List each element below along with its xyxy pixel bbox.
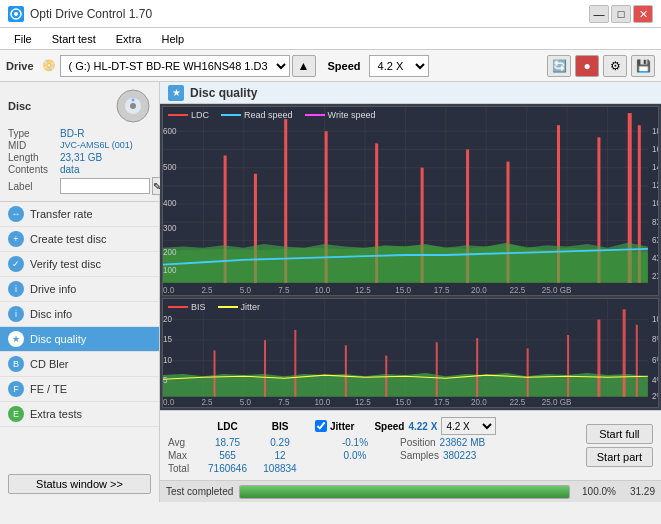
menu-file[interactable]: File: [6, 31, 40, 47]
svg-text:500: 500: [163, 161, 176, 172]
nav-extra-tests[interactable]: E Extra tests: [0, 402, 159, 427]
mid-value: JVC-AMS6L (001): [60, 140, 133, 151]
app-icon: [8, 6, 24, 22]
position-val: 23862 MB: [440, 437, 486, 448]
length-label: Length: [8, 152, 60, 163]
svg-rect-83: [214, 350, 216, 396]
disc-length-field: Length 23,31 GB: [8, 152, 151, 163]
disc-title: Disc: [8, 100, 31, 112]
svg-rect-90: [527, 348, 529, 396]
burn-button[interactable]: ●: [575, 55, 599, 77]
jitter-color: [218, 306, 238, 308]
read-speed-color: [221, 114, 241, 116]
nav-create-test-disc[interactable]: + Create test disc: [0, 227, 159, 252]
label-input[interactable]: [60, 178, 150, 194]
svg-text:22.5: 22.5: [510, 398, 526, 407]
svg-text:2%: 2%: [652, 392, 658, 401]
svg-text:15: 15: [163, 335, 172, 344]
svg-rect-92: [597, 320, 600, 397]
write-speed-color: [305, 114, 325, 116]
nav-drive-info[interactable]: i Drive info: [0, 277, 159, 302]
drive-label: Drive: [6, 60, 34, 72]
title-bar: Opti Drive Control 1.70 — □ ✕: [0, 0, 661, 28]
speed-select[interactable]: 4.2 X: [369, 55, 429, 77]
drive-select[interactable]: ( G:) HL-DT-ST BD-RE WH16NS48 1.D3: [60, 55, 290, 77]
nav-transfer-rate[interactable]: ↔ Transfer rate: [0, 202, 159, 227]
label-text: Label: [8, 181, 60, 192]
svg-text:14X: 14X: [652, 161, 658, 172]
ldc-avg: 18.75: [200, 437, 255, 448]
contents-label: Contents: [8, 164, 60, 175]
nav-disc-info[interactable]: i Disc info: [0, 302, 159, 327]
svg-text:6X: 6X: [652, 234, 658, 245]
samples-val: 380223: [443, 450, 476, 461]
eject-button[interactable]: ▲: [292, 55, 316, 77]
svg-rect-93: [623, 309, 626, 396]
chart-header: ★ Disc quality: [160, 82, 661, 104]
bis-col-header: BIS: [255, 421, 305, 432]
fe-te-icon: F: [8, 381, 24, 397]
type-label: Type: [8, 128, 60, 139]
drive-info-icon: i: [8, 281, 24, 297]
svg-text:12X: 12X: [652, 180, 658, 191]
menu-extra[interactable]: Extra: [108, 31, 150, 47]
main-area: Disc Type BD-R MID JVC-AMS6L (001) Lengt…: [0, 82, 661, 502]
svg-text:2.5: 2.5: [201, 284, 212, 295]
save-button[interactable]: 💾: [631, 55, 655, 77]
chart-header-title: Disc quality: [190, 86, 257, 100]
svg-text:200: 200: [163, 246, 176, 257]
svg-rect-85: [294, 330, 296, 397]
disc-mid-field: MID JVC-AMS6L (001): [8, 140, 151, 151]
svg-text:17.5: 17.5: [434, 398, 450, 407]
samples-label: Samples: [400, 450, 439, 461]
transfer-rate-icon: ↔: [8, 206, 24, 222]
menu-start-test[interactable]: Start test: [44, 31, 104, 47]
nav-verify-test-disc[interactable]: ✓ Verify test disc: [0, 252, 159, 277]
write-speed-legend: Write speed: [305, 110, 376, 120]
start-part-button[interactable]: Start part: [586, 447, 653, 467]
lower-chart: BIS Jitter: [162, 298, 659, 408]
transfer-rate-label: Transfer rate: [30, 208, 93, 220]
jitter-checkbox[interactable]: [315, 420, 327, 432]
left-panel: Disc Type BD-R MID JVC-AMS6L (001) Lengt…: [0, 82, 160, 502]
svg-text:7.5: 7.5: [278, 398, 290, 407]
upper-chart-svg: 18X 16X 14X 12X 10X 8X 6X 4X 2X 600 500 …: [163, 107, 658, 295]
ldc-color: [168, 114, 188, 116]
ldc-max: 565: [200, 450, 255, 461]
svg-text:15.0: 15.0: [395, 284, 411, 295]
menu-help[interactable]: Help: [153, 31, 192, 47]
disc-quality-icon: ★: [8, 331, 24, 347]
close-button[interactable]: ✕: [633, 5, 653, 23]
nav-disc-quality[interactable]: ★ Disc quality: [0, 327, 159, 352]
upper-chart: LDC Read speed Write speed: [162, 106, 659, 296]
extra-tests-icon: E: [8, 406, 24, 422]
disc-header: Disc: [8, 88, 151, 124]
progress-outer: [239, 485, 570, 499]
refresh-button[interactable]: 🔄: [547, 55, 571, 77]
bis-avg: 0.29: [255, 437, 305, 448]
status-window-button[interactable]: Status window >>: [8, 474, 151, 494]
length-value: 23,31 GB: [60, 152, 102, 163]
read-speed-legend: Read speed: [221, 110, 293, 120]
svg-text:10: 10: [163, 356, 172, 365]
nav-cd-bler[interactable]: B CD Bler: [0, 352, 159, 377]
progress-pct: 100.0%: [576, 486, 616, 497]
verify-test-icon: ✓: [8, 256, 24, 272]
svg-marker-39: [163, 243, 648, 283]
svg-text:12.5: 12.5: [355, 284, 371, 295]
nav-fe-te[interactable]: F FE / TE: [0, 377, 159, 402]
minimize-button[interactable]: —: [589, 5, 609, 23]
svg-text:20.0: 20.0: [471, 398, 487, 407]
settings-button[interactable]: ⚙: [603, 55, 627, 77]
speed-stat-select[interactable]: 4.2 X: [441, 417, 496, 435]
svg-text:22.5: 22.5: [510, 284, 526, 295]
svg-text:4%: 4%: [652, 376, 658, 385]
create-test-label: Create test disc: [30, 233, 106, 245]
svg-text:15.0: 15.0: [395, 398, 411, 407]
svg-text:2.5: 2.5: [201, 398, 213, 407]
svg-text:12.5: 12.5: [355, 398, 371, 407]
bis-legend: BIS: [168, 302, 206, 312]
maximize-button[interactable]: □: [611, 5, 631, 23]
start-full-button[interactable]: Start full: [586, 424, 653, 444]
speed-label: Speed: [328, 60, 361, 72]
